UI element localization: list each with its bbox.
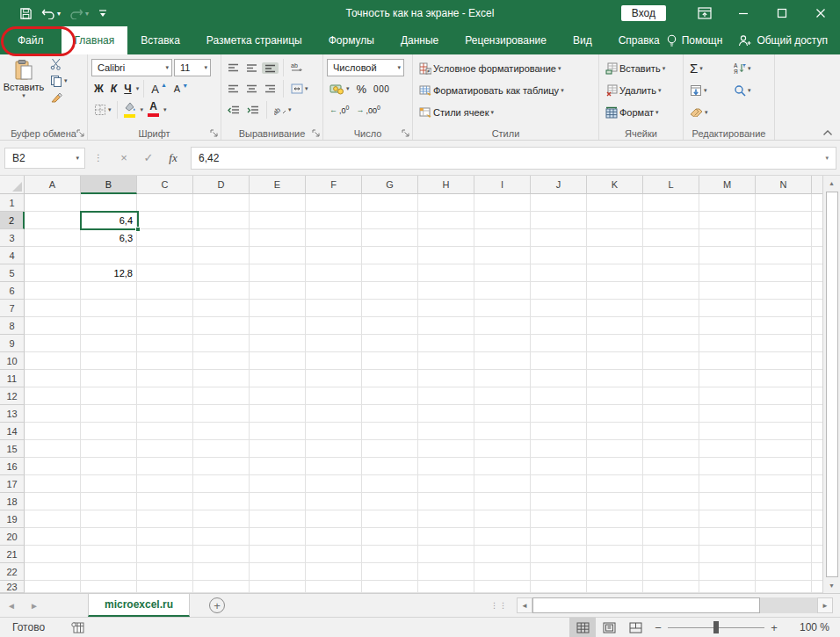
cell-J16[interactable] — [531, 458, 587, 475]
cell-J7[interactable] — [531, 300, 587, 317]
align-center-button[interactable] — [243, 83, 260, 95]
cell-N23[interactable] — [756, 581, 812, 593]
cell-C20[interactable] — [137, 528, 193, 546]
cell-H20[interactable] — [418, 528, 474, 546]
scroll-up-icon[interactable]: ▲ — [823, 176, 840, 191]
cell-K7[interactable] — [587, 300, 643, 317]
cell-L12[interactable] — [643, 387, 699, 405]
cell-J10[interactable] — [531, 352, 587, 370]
align-right-button[interactable] — [262, 83, 279, 95]
clipboard-dialog-launcher[interactable] — [76, 129, 85, 138]
format-as-table-button[interactable]: Форматировать как таблицу▾ — [416, 83, 595, 98]
col-header-I[interactable]: I — [474, 176, 531, 194]
cell-F7[interactable] — [306, 300, 362, 317]
cell-B14[interactable] — [81, 423, 137, 440]
cell-I2[interactable] — [474, 212, 531, 229]
view-page-layout-button[interactable] — [596, 618, 622, 637]
horizontal-scrollbar[interactable]: ◄ ► — [517, 594, 833, 617]
col-header-D[interactable]: D — [193, 176, 250, 194]
cell-A14[interactable] — [25, 423, 81, 440]
cell-C15[interactable] — [137, 440, 193, 458]
redo-button[interactable]: ▾ — [69, 7, 89, 19]
cell-I17[interactable] — [474, 475, 531, 493]
cell-L21[interactable] — [643, 546, 699, 563]
cell-D17[interactable] — [193, 475, 250, 493]
cell-C1[interactable] — [137, 194, 193, 212]
cell-A21[interactable] — [25, 546, 81, 563]
cell-L5[interactable] — [643, 264, 699, 282]
cell-B17[interactable] — [81, 475, 137, 493]
orientation-button[interactable]: ab▾ — [272, 104, 294, 116]
cell-K2[interactable] — [587, 212, 643, 229]
cell-E4[interactable] — [250, 247, 306, 264]
vertical-scrollbar[interactable]: ▲ ▼ — [822, 176, 840, 593]
cell-I12[interactable] — [474, 387, 531, 405]
underline-button[interactable]: Ч — [121, 82, 134, 96]
col-header-J[interactable]: J — [531, 176, 587, 194]
cell-I4[interactable] — [474, 247, 531, 264]
cell-J4[interactable] — [531, 247, 587, 264]
col-header-C[interactable]: C — [137, 176, 193, 194]
cell-G21[interactable] — [362, 546, 418, 563]
cell-D19[interactable] — [193, 510, 250, 528]
cell-D9[interactable] — [193, 335, 250, 352]
cell-F20[interactable] — [306, 528, 362, 546]
cell-A19[interactable] — [25, 510, 81, 528]
cell-H17[interactable] — [418, 475, 474, 493]
cell-B8[interactable] — [81, 317, 137, 335]
cell-N13[interactable] — [756, 405, 812, 423]
cell-L6[interactable] — [643, 282, 699, 300]
cell-D23[interactable] — [193, 581, 250, 593]
cell-G2[interactable] — [362, 212, 418, 229]
view-page-break-button[interactable] — [622, 618, 648, 637]
row-header-23[interactable]: 23 — [0, 581, 25, 593]
cell-F23[interactable] — [306, 581, 362, 593]
cell-I1[interactable] — [474, 194, 531, 212]
cell-D16[interactable] — [193, 458, 250, 475]
conditional-formatting-button[interactable]: ≠ Условное форматирование▾ — [416, 62, 595, 76]
cell-L15[interactable] — [643, 440, 699, 458]
ribbon-tab-home[interactable]: Главная — [62, 26, 128, 54]
cell-B10[interactable] — [81, 352, 137, 370]
cell-M9[interactable] — [699, 335, 756, 352]
cell-J22[interactable] — [531, 563, 587, 581]
cell-J13[interactable] — [531, 405, 587, 423]
row-header-13[interactable]: 13 — [0, 405, 25, 423]
cell-M23[interactable] — [699, 581, 756, 593]
cell-J8[interactable] — [531, 317, 587, 335]
cell-F1[interactable] — [306, 194, 362, 212]
cell-E5[interactable] — [250, 264, 306, 282]
zoom-slider-thumb[interactable] — [713, 621, 719, 633]
ribbon-tab-review[interactable]: Рецензирование — [452, 26, 560, 54]
cell-M15[interactable] — [699, 440, 756, 458]
insert-cells-button[interactable]: Вставить▾ — [603, 62, 679, 76]
row-header-10[interactable]: 10 — [0, 352, 25, 370]
cell-I5[interactable] — [474, 264, 531, 282]
cell-K4[interactable] — [587, 247, 643, 264]
cell-G15[interactable] — [362, 440, 418, 458]
col-header-G[interactable]: G — [362, 176, 418, 194]
cell-J23[interactable] — [531, 581, 587, 593]
cell-B19[interactable] — [81, 510, 137, 528]
cell-H8[interactable] — [418, 317, 474, 335]
cell-G8[interactable] — [362, 317, 418, 335]
cell-I6[interactable] — [474, 282, 531, 300]
cell-D2[interactable] — [193, 212, 250, 229]
cell-K21[interactable] — [587, 546, 643, 563]
horizontal-scroll-thumb[interactable] — [532, 597, 760, 613]
vertical-scroll-thumb[interactable] — [826, 192, 838, 577]
cell-H22[interactable] — [418, 563, 474, 581]
cell-N17[interactable] — [756, 475, 812, 493]
select-all-corner[interactable] — [0, 176, 25, 194]
cell-K13[interactable] — [587, 405, 643, 423]
cell-E20[interactable] — [250, 528, 306, 546]
cell-B4[interactable] — [81, 247, 137, 264]
borders-button[interactable]: ▾ — [91, 103, 114, 117]
cell-F18[interactable] — [306, 493, 362, 510]
cell-A20[interactable] — [25, 528, 81, 546]
cell-K18[interactable] — [587, 493, 643, 510]
cell-M3[interactable] — [699, 229, 756, 247]
cell-D5[interactable] — [193, 264, 250, 282]
cell-H6[interactable] — [418, 282, 474, 300]
ribbon-tab-data[interactable]: Данные — [387, 26, 452, 54]
